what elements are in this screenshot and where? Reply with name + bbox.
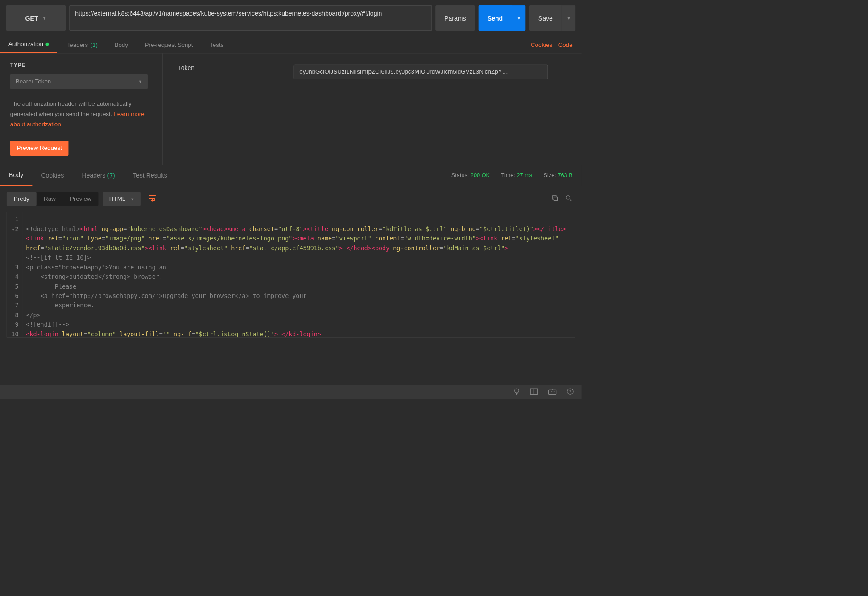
response-format-select[interactable]: HTML ▼	[103, 192, 140, 206]
chevron-down-icon: ▼	[138, 79, 142, 84]
response-tab-headers-label: Headers	[82, 172, 105, 178]
view-raw[interactable]: Raw	[37, 192, 63, 206]
response-tab-cookies[interactable]: Cookies	[32, 166, 73, 185]
svg-point-12	[551, 391, 551, 392]
svg-point-4	[515, 389, 519, 393]
token-label: Token	[178, 65, 280, 72]
copy-icon[interactable]	[552, 195, 558, 203]
chevron-down-icon: ▼	[130, 197, 134, 202]
view-pretty[interactable]: Pretty	[7, 192, 37, 206]
tab-headers-count: (1)	[91, 41, 98, 48]
svg-line-3	[570, 199, 571, 201]
response-tab-body[interactable]: Body	[0, 165, 32, 186]
send-button-group: Send ▼	[479, 5, 526, 31]
time-label: Time:	[501, 172, 515, 178]
response-meta: Status: 200 OK Time: 27 ms Size: 763 B	[451, 172, 582, 179]
svg-point-2	[566, 196, 570, 199]
chevron-down-icon: ▼	[517, 16, 521, 21]
save-dropdown-button[interactable]: ▼	[562, 5, 575, 31]
size-label: Size:	[544, 172, 556, 178]
svg-rect-9	[548, 390, 556, 394]
response-tab-headers-count: (7)	[107, 172, 115, 178]
preview-request-button[interactable]: Preview Request	[10, 141, 69, 156]
view-preview[interactable]: Preview	[63, 192, 99, 206]
url-input[interactable]	[69, 5, 432, 31]
time-value: 27 ms	[517, 172, 532, 178]
view-mode-segment: Pretty Raw Preview	[7, 192, 99, 206]
active-dot-icon	[45, 42, 49, 46]
auth-type-value: Bearer Token	[16, 78, 51, 85]
response-action-icons	[552, 195, 575, 203]
svg-text:?: ?	[569, 389, 571, 394]
panels-icon[interactable]	[530, 388, 538, 397]
http-method-select[interactable]: GET ▼	[6, 5, 66, 31]
auth-fields-column: Token eyJhbGciOiJSUzI1NiIsImtpZCI6IiJ9.e…	[163, 53, 582, 165]
params-button[interactable]: Params	[435, 5, 475, 31]
response-view-controls: Pretty Raw Preview HTML ▼	[0, 186, 582, 212]
response-tabs: Body Cookies Headers (7) Test Results St…	[0, 165, 582, 186]
code-link[interactable]: Code	[555, 41, 575, 48]
request-tabs: Authorization Headers (1) Body Pre-reque…	[0, 36, 582, 53]
response-tab-test-results[interactable]: Test Results	[124, 166, 176, 185]
lightbulb-icon[interactable]	[513, 388, 520, 397]
response-format-value: HTML	[109, 195, 125, 202]
auth-type-heading: TYPE	[10, 62, 153, 68]
tab-headers[interactable]: Headers (1)	[57, 37, 106, 53]
wrap-lines-icon[interactable]	[145, 192, 159, 205]
auth-description: The authorization header will be automat…	[10, 99, 153, 129]
authorization-panel: TYPE Bearer Token ▼ The authorization he…	[0, 53, 582, 165]
auth-desc-text: The authorization header will be automat…	[10, 100, 132, 117]
request-bar: GET ▼ Params Send ▼ Save ▼	[0, 0, 582, 36]
http-method-value: GET	[25, 14, 38, 21]
tab-authorization-label: Authorization	[8, 41, 43, 47]
tab-headers-label: Headers	[66, 41, 88, 48]
response-body-code[interactable]: 1▾234567891011 <!doctype html><html ng-a…	[7, 212, 575, 337]
size-value: 763 B	[558, 172, 572, 178]
auth-type-column: TYPE Bearer Token ▼ The authorization he…	[0, 53, 163, 165]
tab-body[interactable]: Body	[106, 37, 136, 53]
chevron-down-icon: ▼	[566, 16, 570, 21]
line-gutter: 1▾234567891011	[7, 212, 23, 337]
save-button-group: Save ▼	[529, 5, 576, 31]
help-icon[interactable]: ?	[566, 388, 574, 397]
tab-prerequest[interactable]: Pre-request Script	[136, 37, 202, 53]
tab-tests[interactable]: Tests	[201, 37, 232, 53]
status-value: 200 OK	[471, 172, 490, 178]
tab-authorization[interactable]: Authorization	[0, 36, 57, 53]
cookies-link[interactable]: Cookies	[528, 41, 555, 48]
svg-point-14	[554, 391, 554, 392]
save-button[interactable]: Save	[529, 5, 562, 31]
status-bar: ?	[0, 385, 582, 399]
svg-point-13	[553, 391, 553, 392]
send-dropdown-button[interactable]: ▼	[512, 5, 525, 31]
keyboard-icon[interactable]	[548, 388, 557, 397]
response-tab-headers[interactable]: Headers (7)	[73, 166, 124, 185]
svg-point-11	[550, 391, 550, 392]
code-content: <!doctype html><html ng-app="kubernetesD…	[23, 212, 575, 337]
auth-type-select[interactable]: Bearer Token ▼	[10, 74, 148, 89]
send-button[interactable]: Send	[479, 5, 512, 31]
chevron-down-icon: ▼	[42, 16, 46, 21]
svg-rect-1	[554, 197, 558, 200]
status-label: Status:	[451, 172, 469, 178]
search-icon[interactable]	[566, 195, 572, 203]
token-input[interactable]: eyJhbGciOiJSUzI1NiIsImtpZCI6IiJ9.eyJpc3M…	[294, 65, 548, 79]
